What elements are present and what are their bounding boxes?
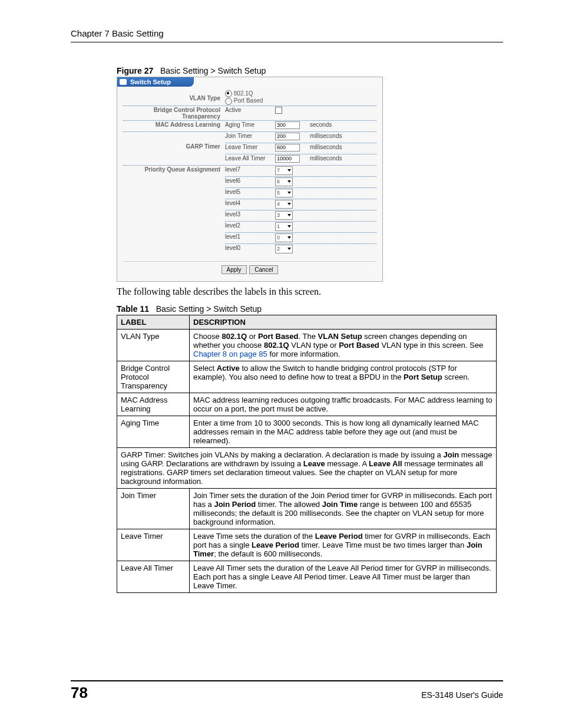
chevron-down-icon — [287, 236, 291, 239]
aging-time-unit: seconds — [308, 121, 332, 128]
chevron-down-icon — [287, 225, 291, 228]
table-row: GARP Timer: Switches join VLANs by makin… — [117, 447, 497, 488]
priority-level-label: level4 — [225, 200, 275, 206]
page-footer: 78 ES-3148 User's Guide — [71, 680, 503, 702]
switch-setup-panel: Switch Setup VLAN Type 802.1Q Port Based… — [117, 77, 383, 282]
cell-desc: MAC address learning reduces outgoing tr… — [190, 393, 497, 416]
cell-desc: Select Active to allow the Switch to han… — [190, 361, 497, 393]
table-row: MAC Address Learning MAC address learnin… — [117, 393, 497, 416]
figure-number: Figure 27 — [117, 66, 153, 75]
priority-level-select[interactable]: 5 — [275, 189, 293, 197]
priority-level-select[interactable]: 2 — [275, 245, 293, 253]
table-row: Bridge Control Protocol Transparency Sel… — [117, 361, 497, 393]
priority-level-select[interactable]: 4 — [275, 200, 293, 209]
page-number: 78 — [71, 684, 88, 702]
priority-level-select[interactable]: 6 — [275, 177, 293, 186]
aging-time-input[interactable] — [275, 121, 300, 129]
leave-all-timer-unit: milliseconds — [308, 155, 342, 162]
chevron-down-icon — [287, 248, 291, 250]
leave-timer-unit: milliseconds — [308, 144, 342, 150]
leave-timer-label: Leave Timer — [225, 144, 275, 150]
cell-desc: Join Timer sets the duration of the Join… — [190, 488, 497, 529]
panel-title: Switch Setup — [117, 77, 194, 87]
cell-label: VLAN Type — [117, 329, 190, 361]
cell-label: Leave Timer — [117, 529, 190, 561]
table-row: Join Timer Join Timer sets the duration … — [117, 488, 497, 529]
priority-level-label: level7 — [225, 166, 275, 173]
chapter8-link[interactable]: Chapter 8 on page 85 — [193, 350, 267, 358]
priority-label: Priority Queue Assignment — [123, 166, 225, 173]
priority-level-label: level2 — [225, 222, 275, 229]
table-row: Leave Timer Leave Time sets the duration… — [117, 529, 497, 561]
priority-level-label: level1 — [225, 233, 275, 240]
table-row: VLAN Type Choose 802.1Q or Port Based. T… — [117, 329, 497, 361]
cell-desc: GARP Timer: Switches join VLANs by makin… — [117, 447, 497, 488]
priority-row: level21 — [225, 222, 376, 232]
cell-desc: Enter a time from 10 to 3000 seconds. Th… — [190, 416, 497, 447]
chevron-down-icon — [287, 192, 291, 194]
chevron-down-icon — [287, 214, 291, 216]
priority-level-label: level6 — [225, 177, 275, 184]
th-label: LABEL — [117, 315, 190, 329]
cell-label: Join Timer — [117, 488, 190, 529]
guide-name: ES-3148 User's Guide — [421, 690, 503, 700]
table-caption: Table 11 Basic Setting > Switch Setup — [117, 304, 503, 314]
cell-desc: Leave Time sets the duration of the Leav… — [190, 529, 497, 561]
cell-label: Aging Time — [117, 416, 190, 447]
priority-level-select[interactable]: 3 — [275, 211, 293, 220]
table-title: Basic Setting > Switch Setup — [156, 304, 262, 314]
table-row: Leave All Timer Leave All Timer sets the… — [117, 561, 497, 592]
cancel-button[interactable]: Cancel — [249, 265, 278, 274]
aging-time-label: Aging Time — [225, 121, 275, 128]
chapter-header: Chapter 7 Basic Setting — [71, 28, 503, 42]
vlan-8021q-radio[interactable] — [225, 90, 232, 97]
chevron-down-icon — [287, 180, 291, 183]
garp-label: GARP Timer — [123, 133, 225, 150]
bridge-active-checkbox[interactable] — [275, 107, 282, 114]
join-timer-unit: milliseconds — [308, 133, 342, 139]
leave-timer-input[interactable] — [275, 144, 300, 151]
priority-row: level33 — [225, 211, 376, 220]
cell-desc: Leave All Timer sets the duration of the… — [190, 561, 497, 592]
priority-level-select[interactable]: 7 — [275, 166, 293, 175]
table-row: Aging Time Enter a time from 10 to 3000 … — [117, 416, 497, 447]
join-timer-input[interactable] — [275, 133, 300, 140]
th-desc: DESCRIPTION — [190, 315, 497, 329]
cell-label: Leave All Timer — [117, 561, 190, 592]
chevron-down-icon — [287, 169, 291, 172]
vlan-8021q-text: 802.1Q — [234, 90, 253, 97]
figure-caption: Figure 27 Basic Setting > Switch Setup — [117, 66, 503, 75]
cell-desc: Choose 802.1Q or Port Based. The VLAN Se… — [190, 329, 497, 361]
priority-row: level66 — [225, 177, 376, 187]
mac-label: MAC Address Learning — [123, 121, 225, 128]
table-number: Table 11 — [117, 304, 149, 314]
priority-row: level77 — [225, 166, 376, 176]
priority-level-label: level3 — [225, 211, 275, 218]
priority-level-label: level5 — [225, 189, 275, 195]
cell-label: MAC Address Learning — [117, 393, 190, 416]
priority-row: level10 — [225, 233, 376, 243]
chevron-down-icon — [287, 203, 291, 205]
priority-row: level02 — [225, 245, 376, 254]
priority-row: level44 — [225, 200, 376, 209]
priority-level-label: level0 — [225, 245, 275, 251]
figure-title: Basic Setting > Switch Setup — [160, 66, 266, 75]
bridge-label: Bridge Control Protocol Transparency — [123, 107, 225, 120]
description-table: LABEL DESCRIPTION VLAN Type Choose 802.1… — [117, 315, 497, 593]
cell-label: Bridge Control Protocol Transparency — [117, 361, 190, 393]
bridge-active-label: Active — [225, 107, 275, 113]
vlan-type-label: VLAN Type — [123, 90, 225, 101]
priority-level-select[interactable]: 1 — [275, 222, 293, 231]
intro-text: The following table describes the labels… — [117, 286, 503, 297]
apply-button[interactable]: Apply — [222, 265, 247, 274]
priority-row: level55 — [225, 189, 376, 198]
vlan-portbased-radio[interactable] — [225, 98, 232, 105]
join-timer-label: Join Timer — [225, 133, 275, 139]
priority-level-select[interactable]: 0 — [275, 233, 293, 242]
vlan-portbased-text: Port Based — [234, 97, 263, 104]
leave-all-timer-input[interactable] — [275, 155, 300, 163]
leave-all-timer-label: Leave All Timer — [225, 155, 275, 162]
